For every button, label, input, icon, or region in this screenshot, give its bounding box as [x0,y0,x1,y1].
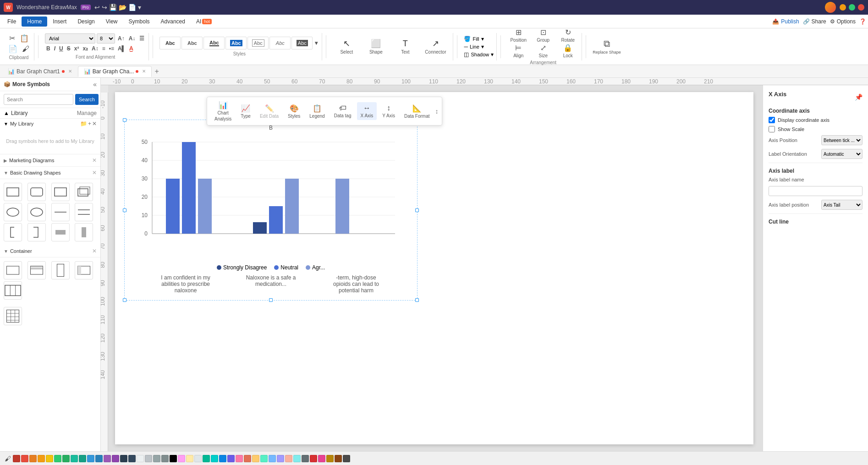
cut-button[interactable]: ✂ [7,33,17,44]
axis-label-name-input[interactable] [769,186,863,196]
shape-vertical-bar[interactable] [75,223,93,241]
menu-design[interactable]: Design [72,16,100,27]
options-button[interactable]: ⚙ Options [830,18,856,25]
table-shape[interactable] [4,307,22,325]
color-swatch-25[interactable] [219,455,226,462]
shape-oval[interactable] [27,203,46,221]
help-button[interactable]: ❓ [859,18,866,25]
lock-button[interactable]: 🔒 Lock [557,44,579,58]
label-orientation-select[interactable]: Automatic [821,149,863,159]
font-family-select[interactable]: Arial [45,33,95,44]
color-swatch-37[interactable] [318,455,325,462]
color-swatch-11[interactable] [104,455,111,462]
shape-ellipse[interactable] [4,203,22,221]
color-swatch-36[interactable] [310,455,317,462]
handle-bl[interactable] [123,298,126,302]
position-button[interactable]: ⊞ Position [507,28,529,43]
handle-mr[interactable] [415,208,419,212]
font-color-button[interactable]: A̲ [128,45,134,52]
color-swatch-0[interactable] [13,455,20,462]
style-sample-6[interactable]: Abc [269,37,291,49]
fill-button[interactable]: Fill [472,36,479,42]
color-swatch-31[interactable] [269,455,276,462]
toolbar-expand-button[interactable]: ↕ [435,108,438,115]
handle-ml[interactable] [123,208,126,212]
color-swatch-23[interactable] [203,455,210,462]
handle-bm[interactable] [269,298,273,302]
color-swatch-4[interactable] [46,455,53,462]
menu-file[interactable]: File [2,16,22,27]
category-close-basic[interactable]: ✕ [92,170,97,176]
chart-analysis-button[interactable]: 📊 Chart Analysis [211,99,235,123]
shape-rect-variant[interactable] [51,183,70,201]
bar-g2-b2[interactable] [269,206,283,234]
search-input[interactable] [4,94,73,105]
font-increase-button[interactable]: A↑ [116,35,126,42]
tab-chart1-close[interactable]: ✕ [68,69,72,74]
copy-button[interactable]: 📋 [18,33,31,44]
search-button[interactable]: Search [75,94,99,105]
container-shape-4[interactable] [75,261,93,279]
menu-symbols[interactable]: Symbols [123,16,155,27]
category-close-container[interactable]: ✕ [92,248,97,254]
color-swatch-21[interactable] [186,455,193,462]
size-button[interactable]: ⤢ Size [532,44,554,58]
menu-view[interactable]: View [100,16,123,27]
strikethrough-button[interactable]: S [66,45,72,52]
my-library-add-button[interactable]: + [88,120,91,127]
color-swatch-35[interactable] [302,455,309,462]
my-library-close-button[interactable]: ✕ [92,120,97,127]
color-swatch-17[interactable] [153,455,160,462]
close-button[interactable] [858,4,864,11]
color-swatch-3[interactable] [38,455,45,462]
edit-data-button[interactable]: ✏️ Edit Data [256,102,282,120]
shape-rectangle[interactable] [4,183,22,201]
menu-ai[interactable]: AI hot [191,16,217,27]
color-swatch-8[interactable] [79,455,86,462]
color-swatch-30[interactable] [260,455,268,462]
font-color-bg-button[interactable]: A▌ [116,45,127,52]
bar-g1-b3[interactable] [198,179,212,234]
maximize-button[interactable] [849,4,855,11]
shape-tool-button[interactable]: ⬜ Shape [362,36,390,57]
menu-insert[interactable]: Insert [47,16,72,27]
list-button[interactable]: ≡ [101,45,107,52]
shape-rect-3d[interactable] [75,183,93,201]
color-swatch-1[interactable] [21,455,28,462]
underline-button[interactable]: U [58,45,65,52]
style-sample-3[interactable]: Abc [203,37,225,49]
bar-g2-b3[interactable] [285,179,299,234]
paste-button[interactable]: 📄 [6,44,19,54]
color-swatch-26[interactable] [227,455,235,462]
shape-line[interactable] [51,203,70,221]
my-library-add-folder-button[interactable]: 📁 [80,120,87,127]
font-decrease-button[interactable]: A↓ [127,35,137,42]
publish-button[interactable]: 📤 Publish [772,18,799,25]
new-button[interactable]: 📄 [128,4,136,11]
color-swatch-10[interactable] [95,455,103,462]
text-tool-button[interactable]: T Text [391,36,419,57]
data-tag-button[interactable]: 🏷 Data tag [330,102,355,120]
category-marketing[interactable]: ▶ Marketing Diagrams ✕ [0,154,100,167]
color-swatch-18[interactable] [161,455,169,462]
style-sample-2[interactable]: Abc [181,37,203,49]
color-swatch-39[interactable] [335,455,342,462]
rotate-button[interactable]: ↻ Rotate [557,28,579,43]
bar-g1-b1[interactable] [166,179,180,234]
style-sample-1[interactable]: Abc [159,37,181,49]
color-swatch-38[interactable] [326,455,334,462]
line-button[interactable]: Line [470,44,479,49]
tab-chart2-close[interactable]: ✕ [142,69,146,74]
style-sample-4[interactable]: Abc [225,37,247,49]
menu-home[interactable]: Home [22,16,47,27]
shape-line-dots[interactable] [75,203,93,221]
bold-button[interactable]: B [45,45,52,52]
color-swatch-24[interactable] [211,455,218,462]
color-swatch-9[interactable] [87,455,94,462]
text-dir-button[interactable]: A↕ [90,45,100,52]
shape-bar-shape[interactable] [51,223,70,241]
italic-button[interactable]: I [53,45,57,52]
handle-tl[interactable] [123,118,126,122]
data-format-button[interactable]: 📐 Data Format [401,102,434,120]
replace-shape-button[interactable]: ⧉ Replace Shape [593,38,621,55]
